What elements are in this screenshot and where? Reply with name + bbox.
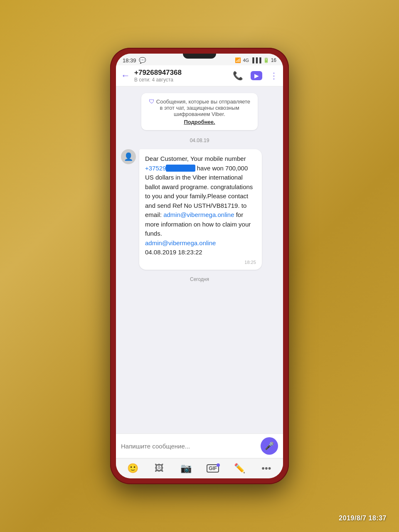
status-time: 18:39	[123, 57, 136, 64]
chat-header: ← +79268947368 В сети: 4 августа 📞 ▶ ⋮	[116, 65, 283, 86]
notch	[183, 54, 216, 59]
input-bar: 🎤	[116, 433, 283, 458]
contact-name: +79268947368	[134, 69, 229, 77]
doodle-button[interactable]: ✏️	[231, 461, 248, 476]
header-actions: 📞 ▶ ⋮	[233, 71, 278, 81]
message-bubble: Dear Customer, Your mobile number +37529…	[139, 149, 262, 270]
phone-number-link[interactable]: +37529	[145, 165, 166, 172]
contact-info: +79268947368 В сети: 4 августа	[134, 69, 229, 83]
status-right: 📶 4G ▐▐▐ 🔋 16	[235, 57, 276, 63]
today-divider: Сегодня	[121, 276, 278, 282]
status-left: 18:39 💬	[123, 57, 146, 64]
signal-icon: 4G	[243, 58, 249, 63]
back-button[interactable]: ←	[121, 70, 130, 81]
camera-icon: 📷	[180, 463, 192, 474]
battery-icon: 🔋	[263, 57, 269, 63]
learn-more-link[interactable]: Подробнее.	[148, 119, 251, 125]
bottom-toolbar: 🙂 🖼 📷 GIF ✏️ •••	[116, 458, 283, 478]
photo-watermark: 2019/8/7 18:37	[339, 515, 387, 522]
message-timestamp: 18:25	[145, 260, 256, 265]
signal-bars-icon: ▐▐▐	[251, 57, 261, 63]
more-menu-button[interactable]: ⋮	[270, 71, 278, 81]
email-link-2[interactable]: admin@vibermega.online	[145, 239, 216, 246]
video-call-button[interactable]: ▶	[251, 71, 262, 80]
message-row: 👤 Dear Customer, Your mobile number +375…	[121, 149, 278, 270]
message-text: Dear Customer, Your mobile number +37529…	[145, 154, 256, 257]
gif-button[interactable]: GIF	[204, 461, 222, 476]
blurred-number: XXXXXXX	[166, 165, 195, 172]
avatar-icon: 👤	[124, 152, 133, 161]
date-divider: 04.08.19	[121, 138, 278, 143]
camera-button[interactable]: 📷	[177, 461, 195, 476]
sticker-icon: 🙂	[127, 463, 138, 474]
email-link-1[interactable]: admin@vibermega.online	[163, 211, 234, 218]
image-icon: 🖼	[155, 463, 164, 474]
battery-level: 16	[271, 57, 276, 63]
mic-button[interactable]: 🎤	[261, 437, 278, 455]
avatar: 👤	[121, 149, 136, 164]
chat-area: 🛡 Сообщения, которые вы отправляете в эт…	[116, 86, 283, 433]
more-icon: •••	[261, 463, 271, 474]
photo-background: 18:39 💬 📶 4G ▐▐▐ 🔋 16 ← +79268947368 В с…	[0, 0, 399, 532]
gif-dot	[217, 463, 220, 467]
encryption-text: Сообщения, которые вы отправляете в этот…	[156, 99, 250, 117]
viber-status-icon: 💬	[139, 57, 146, 64]
phone-frame: 18:39 💬 📶 4G ▐▐▐ 🔋 16 ← +79268947368 В с…	[110, 48, 289, 484]
phone-screen: 18:39 💬 📶 4G ▐▐▐ 🔋 16 ← +79268947368 В с…	[116, 54, 283, 478]
sticker-button[interactable]: 🙂	[124, 461, 141, 476]
image-button[interactable]: 🖼	[150, 461, 168, 476]
more-button[interactable]: •••	[258, 461, 275, 476]
gif-label: GIF	[207, 464, 219, 473]
wifi-icon: 📶	[235, 57, 241, 63]
contact-status: В сети: 4 августа	[134, 77, 229, 83]
call-button[interactable]: 📞	[233, 71, 243, 81]
mic-icon: 🎤	[265, 441, 274, 451]
shield-icon: 🛡	[149, 98, 156, 105]
video-icon: ▶	[254, 72, 259, 79]
encryption-notice: 🛡 Сообщения, которые вы отправляете в эт…	[141, 93, 258, 130]
doodle-icon: ✏️	[234, 463, 245, 474]
message-input[interactable]	[121, 443, 257, 450]
